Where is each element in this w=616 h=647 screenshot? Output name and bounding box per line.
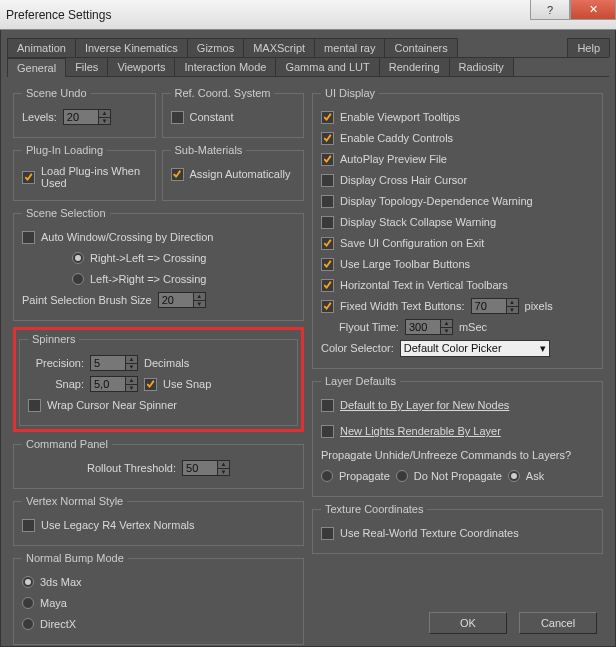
legend-tex: Texture Coordinates — [321, 503, 427, 515]
chk-fixed-width[interactable] — [321, 300, 334, 313]
chk-ui-2[interactable] — [321, 153, 334, 166]
legend-submat: Sub-Materials — [171, 144, 247, 156]
legend-bump: Normal Bump Mode — [22, 552, 128, 564]
chk-ui-8[interactable] — [321, 279, 334, 292]
group-ui-display: UI Display Enable Viewport TooltipsEnabl… — [312, 87, 603, 369]
rad-maya[interactable] — [22, 597, 34, 609]
group-scene-undo: Scene Undo Levels: ▲▼ — [13, 87, 156, 138]
tab-gizmos[interactable]: Gizmos — [187, 38, 244, 57]
client-area: Animation Inverse Kinematics Gizmos MAXS… — [0, 30, 616, 647]
tab-mentalray[interactable]: mental ray — [314, 38, 385, 57]
chk-load-plugins[interactable] — [22, 171, 35, 184]
legend-layer: Layer Defaults — [321, 375, 400, 387]
chk-ui-4[interactable] — [321, 195, 334, 208]
tab-interaction[interactable]: Interaction Mode — [174, 57, 276, 76]
tab-gamma[interactable]: Gamma and LUT — [275, 57, 379, 76]
tab-viewports[interactable]: Viewports — [107, 57, 175, 76]
tab-files[interactable]: Files — [65, 57, 108, 76]
legend-vnorm: Vertex Normal Style — [22, 495, 127, 507]
legend-scene-sel: Scene Selection — [22, 207, 110, 219]
undo-levels-spinner[interactable]: ▲▼ — [63, 109, 111, 125]
brush-spinner[interactable]: ▲▼ — [158, 292, 206, 308]
cancel-button[interactable]: Cancel — [519, 612, 597, 634]
chevron-down-icon: ▾ — [540, 342, 546, 355]
chk-ui-6[interactable] — [321, 237, 334, 250]
chk-legacy-r4[interactable] — [22, 519, 35, 532]
group-spinners: Spinners Precision: ▲▼ Decimals Snap: ▲▼… — [19, 333, 298, 426]
flyout-spinner[interactable]: ▲▼ — [405, 319, 453, 335]
rad-propagate[interactable] — [321, 470, 333, 482]
chk-ui-3[interactable] — [321, 174, 334, 187]
rollout-thr-spinner[interactable]: ▲▼ — [182, 460, 230, 476]
group-ref-coord: Ref. Coord. System Constant — [162, 87, 305, 138]
titlebar: Preference Settings ? ✕ — [0, 0, 616, 30]
tab-maxscript[interactable]: MAXScript — [243, 38, 315, 57]
legend-cmdpanel: Command Panel — [22, 438, 112, 450]
tab-radiosity[interactable]: Radiosity — [449, 57, 514, 76]
precision-spinner[interactable]: ▲▼ — [90, 355, 138, 371]
tab-ik[interactable]: Inverse Kinematics — [75, 38, 188, 57]
chk-auto-window[interactable] — [22, 231, 35, 244]
group-plugin-loading: Plug-In Loading Load Plug-ins When Used — [13, 144, 156, 201]
group-texture-coords: Texture Coordinates Use Real-World Textu… — [312, 503, 603, 554]
rad-r2l[interactable] — [72, 252, 84, 264]
chk-ui-7[interactable] — [321, 258, 334, 271]
close-button[interactable]: ✕ — [570, 0, 616, 20]
group-sub-materials: Sub-Materials Assign Automatically — [162, 144, 305, 201]
rollout-thr-label: Rollout Threshold: — [87, 462, 176, 474]
chk-assign-auto[interactable] — [171, 168, 184, 181]
color-selector-dropdown[interactable]: Default Color Picker▾ — [400, 340, 550, 357]
tab-animation[interactable]: Animation — [7, 38, 76, 57]
undo-levels-label: Levels: — [22, 111, 57, 123]
ok-button[interactable]: OK — [429, 612, 507, 634]
group-scene-selection: Scene Selection Auto Window/Crossing by … — [13, 207, 304, 321]
window-title: Preference Settings — [6, 8, 111, 22]
rad-directx[interactable] — [22, 618, 34, 630]
snap-spinner[interactable]: ▲▼ — [90, 376, 138, 392]
right-column: UI Display Enable Viewport TooltipsEnabl… — [312, 87, 603, 647]
dialog-buttons: OK Cancel — [429, 612, 597, 634]
brush-label: Paint Selection Brush Size — [22, 294, 152, 306]
tab-row-2: General Files Viewports Interaction Mode… — [7, 57, 609, 77]
flyout-label: Flyout Time: — [339, 321, 399, 333]
group-vertex-normal: Vertex Normal Style Use Legacy R4 Vertex… — [13, 495, 304, 546]
chk-default-by-layer[interactable] — [321, 399, 334, 412]
color-selector-label: Color Selector: — [321, 342, 394, 354]
chk-wrap-cursor[interactable] — [28, 399, 41, 412]
tab-containers[interactable]: Containers — [384, 38, 457, 57]
rad-l2r[interactable] — [72, 273, 84, 285]
rad-3dsmax[interactable] — [22, 576, 34, 588]
legend-ref-coord: Ref. Coord. System — [171, 87, 275, 99]
group-layer-defaults: Layer Defaults Default to By Layer for N… — [312, 375, 603, 497]
chk-ui-1[interactable] — [321, 132, 334, 145]
decimals-label: Decimals — [144, 357, 189, 369]
legend-spinners: Spinners — [28, 333, 79, 345]
highlight-box: Spinners Precision: ▲▼ Decimals Snap: ▲▼… — [13, 327, 304, 432]
chk-constant[interactable] — [171, 111, 184, 124]
window-controls: ? ✕ — [530, 0, 616, 22]
precision-label: Precision: — [28, 357, 84, 369]
chk-ui-5[interactable] — [321, 216, 334, 229]
chk-use-snap[interactable] — [144, 378, 157, 391]
rad-do-not-propagate[interactable] — [396, 470, 408, 482]
fixed-width-spinner[interactable]: ▲▼ — [471, 298, 519, 314]
left-column: Scene Undo Levels: ▲▼ Ref. Coord. System… — [13, 87, 304, 647]
group-command-panel: Command Panel Rollout Threshold: ▲▼ — [13, 438, 304, 489]
chk-ui-0[interactable] — [321, 111, 334, 124]
chk-real-world[interactable] — [321, 527, 334, 540]
snap-label: Snap: — [28, 378, 84, 390]
chk-new-lights[interactable] — [321, 425, 334, 438]
legend-scene-undo: Scene Undo — [22, 87, 91, 99]
tab-rendering[interactable]: Rendering — [379, 57, 450, 76]
legend-plugin: Plug-In Loading — [22, 144, 107, 156]
tab-help[interactable]: Help — [567, 38, 610, 57]
tab-row-1: Animation Inverse Kinematics Gizmos MAXS… — [7, 38, 609, 58]
legend-ui: UI Display — [321, 87, 379, 99]
group-normal-bump: Normal Bump Mode 3ds Max Maya DirectX — [13, 552, 304, 645]
rad-ask[interactable] — [508, 470, 520, 482]
tab-general[interactable]: General — [7, 58, 66, 77]
help-button[interactable]: ? — [530, 0, 570, 20]
content: Scene Undo Levels: ▲▼ Ref. Coord. System… — [7, 77, 609, 647]
